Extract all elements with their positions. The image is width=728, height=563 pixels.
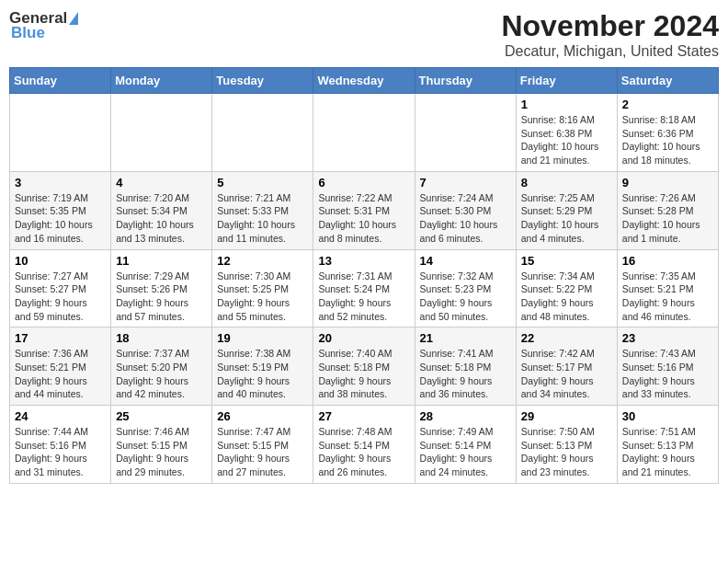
day-info: Sunrise: 7:29 AMSunset: 5:26 PMDaylight:… — [116, 270, 207, 324]
calendar-cell: 2Sunrise: 8:18 AMSunset: 6:36 PMDaylight… — [617, 94, 718, 172]
calendar-week-5: 24Sunrise: 7:44 AMSunset: 5:16 PMDayligh… — [10, 406, 719, 484]
calendar-cell: 16Sunrise: 7:35 AMSunset: 5:21 PMDayligh… — [617, 249, 718, 327]
day-number: 9 — [622, 176, 713, 190]
day-info: Sunrise: 8:16 AMSunset: 6:38 PMDaylight:… — [521, 113, 612, 167]
calendar-week-3: 10Sunrise: 7:27 AMSunset: 5:27 PMDayligh… — [10, 249, 719, 327]
calendar-cell: 29Sunrise: 7:50 AMSunset: 5:13 PMDayligh… — [516, 406, 617, 484]
calendar-week-4: 17Sunrise: 7:36 AMSunset: 5:21 PMDayligh… — [10, 327, 719, 406]
weekday-header-thursday: Thursday — [415, 68, 516, 94]
calendar-cell — [111, 94, 212, 172]
calendar-cell — [212, 94, 313, 172]
day-number: 14 — [420, 254, 511, 268]
logo-triangle-icon — [69, 12, 78, 25]
calendar-cell: 8Sunrise: 7:25 AMSunset: 5:29 PMDaylight… — [516, 171, 617, 249]
day-number: 11 — [116, 254, 207, 268]
day-info: Sunrise: 7:50 AMSunset: 5:13 PMDaylight:… — [521, 425, 612, 479]
day-number: 13 — [318, 254, 409, 268]
day-info: Sunrise: 7:46 AMSunset: 5:15 PMDaylight:… — [116, 425, 207, 479]
calendar-cell: 17Sunrise: 7:36 AMSunset: 5:21 PMDayligh… — [10, 327, 111, 406]
calendar-cell: 26Sunrise: 7:47 AMSunset: 5:15 PMDayligh… — [212, 406, 313, 484]
day-info: Sunrise: 7:21 AMSunset: 5:33 PMDaylight:… — [217, 191, 308, 246]
day-number: 19 — [217, 331, 308, 345]
calendar-cell: 23Sunrise: 7:43 AMSunset: 5:16 PMDayligh… — [617, 327, 718, 406]
calendar-cell: 6Sunrise: 7:22 AMSunset: 5:31 PMDaylight… — [313, 171, 415, 249]
day-number: 15 — [521, 254, 612, 268]
weekday-header-wednesday: Wednesday — [313, 68, 415, 94]
day-info: Sunrise: 7:20 AMSunset: 5:34 PMDaylight:… — [116, 191, 207, 246]
day-number: 17 — [15, 331, 106, 345]
day-info: Sunrise: 7:36 AMSunset: 5:21 PMDaylight:… — [15, 347, 106, 401]
calendar-week-2: 3Sunrise: 7:19 AMSunset: 5:35 PMDaylight… — [10, 171, 719, 249]
day-number: 24 — [15, 409, 106, 423]
day-number: 20 — [318, 331, 409, 345]
calendar-cell: 9Sunrise: 7:26 AMSunset: 5:28 PMDaylight… — [617, 171, 718, 249]
day-info: Sunrise: 7:34 AMSunset: 5:22 PMDaylight:… — [521, 270, 612, 324]
day-number: 16 — [622, 254, 713, 268]
day-info: Sunrise: 7:47 AMSunset: 5:15 PMDaylight:… — [217, 425, 308, 479]
calendar-cell: 1Sunrise: 8:16 AMSunset: 6:38 PMDaylight… — [516, 94, 617, 172]
calendar-cell: 27Sunrise: 7:48 AMSunset: 5:14 PMDayligh… — [313, 406, 415, 484]
calendar-cell: 11Sunrise: 7:29 AMSunset: 5:26 PMDayligh… — [111, 249, 212, 327]
calendar-cell: 15Sunrise: 7:34 AMSunset: 5:22 PMDayligh… — [516, 249, 617, 327]
day-info: Sunrise: 7:35 AMSunset: 5:21 PMDaylight:… — [622, 270, 713, 324]
calendar-cell: 13Sunrise: 7:31 AMSunset: 5:24 PMDayligh… — [313, 249, 415, 327]
day-number: 29 — [521, 409, 612, 423]
day-info: Sunrise: 7:25 AMSunset: 5:29 PMDaylight:… — [521, 191, 612, 246]
day-info: Sunrise: 7:51 AMSunset: 5:13 PMDaylight:… — [622, 425, 713, 479]
day-info: Sunrise: 7:40 AMSunset: 5:18 PMDaylight:… — [318, 347, 409, 401]
day-info: Sunrise: 7:31 AMSunset: 5:24 PMDaylight:… — [318, 270, 409, 324]
calendar-cell: 21Sunrise: 7:41 AMSunset: 5:18 PMDayligh… — [415, 327, 516, 406]
logo: General Blue — [9, 9, 78, 42]
weekday-header-saturday: Saturday — [617, 68, 718, 94]
calendar-cell — [415, 94, 516, 172]
calendar-cell — [313, 94, 415, 172]
day-info: Sunrise: 7:30 AMSunset: 5:25 PMDaylight:… — [217, 270, 308, 324]
day-number: 28 — [420, 409, 511, 423]
day-number: 30 — [622, 409, 713, 423]
day-number: 10 — [15, 254, 106, 268]
weekday-header-sunday: Sunday — [10, 68, 111, 94]
day-info: Sunrise: 7:38 AMSunset: 5:19 PMDaylight:… — [217, 347, 308, 401]
day-info: Sunrise: 7:19 AMSunset: 5:35 PMDaylight:… — [15, 191, 106, 246]
logo-blue-text: Blue — [11, 24, 45, 42]
day-info: Sunrise: 7:44 AMSunset: 5:16 PMDaylight:… — [15, 425, 106, 479]
day-info: Sunrise: 7:41 AMSunset: 5:18 PMDaylight:… — [420, 347, 511, 401]
calendar-cell: 7Sunrise: 7:24 AMSunset: 5:30 PMDaylight… — [415, 171, 516, 249]
weekday-header-friday: Friday — [516, 68, 617, 94]
location-subtitle: Decatur, Michigan, United States — [501, 43, 719, 60]
calendar-cell: 24Sunrise: 7:44 AMSunset: 5:16 PMDayligh… — [10, 406, 111, 484]
page-header: General Blue November 2024 Decatur, Mich… — [9, 9, 719, 60]
day-number: 18 — [116, 331, 207, 345]
day-number: 26 — [217, 409, 308, 423]
calendar-table: SundayMondayTuesdayWednesdayThursdayFrid… — [9, 67, 719, 484]
calendar-week-1: 1Sunrise: 8:16 AMSunset: 6:38 PMDaylight… — [10, 94, 719, 172]
day-number: 4 — [116, 176, 207, 190]
day-info: Sunrise: 7:37 AMSunset: 5:20 PMDaylight:… — [116, 347, 207, 401]
calendar-cell: 28Sunrise: 7:49 AMSunset: 5:14 PMDayligh… — [415, 406, 516, 484]
calendar-cell — [10, 94, 111, 172]
day-info: Sunrise: 7:32 AMSunset: 5:23 PMDaylight:… — [420, 270, 511, 324]
day-info: Sunrise: 7:27 AMSunset: 5:27 PMDaylight:… — [15, 270, 106, 324]
calendar-cell: 3Sunrise: 7:19 AMSunset: 5:35 PMDaylight… — [10, 171, 111, 249]
day-number: 23 — [622, 331, 713, 345]
day-info: Sunrise: 7:24 AMSunset: 5:30 PMDaylight:… — [420, 191, 511, 246]
calendar-cell: 4Sunrise: 7:20 AMSunset: 5:34 PMDaylight… — [111, 171, 212, 249]
day-number: 6 — [318, 176, 409, 190]
calendar-header-row: SundayMondayTuesdayWednesdayThursdayFrid… — [10, 68, 719, 94]
day-info: Sunrise: 7:26 AMSunset: 5:28 PMDaylight:… — [622, 191, 713, 246]
day-info: Sunrise: 7:42 AMSunset: 5:17 PMDaylight:… — [521, 347, 612, 401]
day-number: 3 — [15, 176, 106, 190]
day-info: Sunrise: 7:49 AMSunset: 5:14 PMDaylight:… — [420, 425, 511, 479]
day-number: 12 — [217, 254, 308, 268]
day-number: 25 — [116, 409, 207, 423]
calendar-cell: 25Sunrise: 7:46 AMSunset: 5:15 PMDayligh… — [111, 406, 212, 484]
calendar-cell: 10Sunrise: 7:27 AMSunset: 5:27 PMDayligh… — [10, 249, 111, 327]
day-info: Sunrise: 8:18 AMSunset: 6:36 PMDaylight:… — [622, 113, 713, 167]
calendar-cell: 5Sunrise: 7:21 AMSunset: 5:33 PMDaylight… — [212, 171, 313, 249]
day-info: Sunrise: 7:48 AMSunset: 5:14 PMDaylight:… — [318, 425, 409, 479]
day-number: 1 — [521, 98, 612, 111]
calendar-cell: 22Sunrise: 7:42 AMSunset: 5:17 PMDayligh… — [516, 327, 617, 406]
day-number: 21 — [420, 331, 511, 345]
title-block: November 2024 Decatur, Michigan, United … — [501, 9, 719, 60]
day-info: Sunrise: 7:43 AMSunset: 5:16 PMDaylight:… — [622, 347, 713, 401]
